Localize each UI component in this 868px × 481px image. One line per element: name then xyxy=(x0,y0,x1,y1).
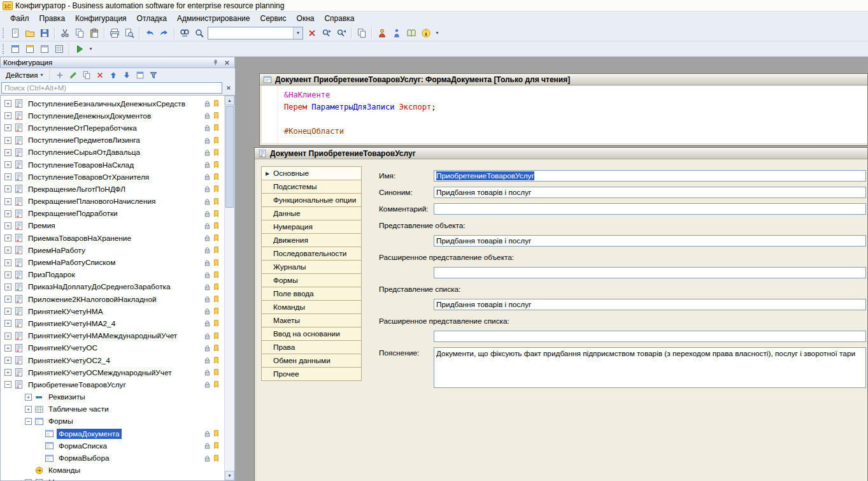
menu-2[interactable]: Правка xyxy=(34,12,71,25)
scroll-thumb[interactable] xyxy=(225,106,234,208)
search-clear-button[interactable] xyxy=(223,83,234,94)
props-tab[interactable]: ▶Обмен данными xyxy=(261,354,362,368)
collapser-icon[interactable]: − xyxy=(25,418,32,425)
table-view-button[interactable] xyxy=(52,42,66,56)
print-preview-button[interactable] xyxy=(122,26,136,40)
props-tab[interactable]: ▶Команды xyxy=(261,300,362,314)
expander-icon[interactable]: + xyxy=(25,479,32,480)
tree-item[interactable]: +ПринятиеКУчетуНМА2_4 xyxy=(1,317,224,329)
tree-item[interactable]: +ПринятиеКУчетуОСМеждународныйУчет xyxy=(1,366,224,378)
menu-4[interactable]: Отладка xyxy=(132,12,172,25)
expander-icon[interactable]: + xyxy=(4,234,11,241)
combo-dropdown-icon[interactable]: ▾ xyxy=(293,27,302,39)
expander-icon[interactable]: + xyxy=(4,173,11,180)
tree-item[interactable]: +ПоступлениеБезналичныхДенежныхСредств xyxy=(1,97,224,110)
props-tab[interactable]: ▶Данные xyxy=(261,206,362,220)
add-button[interactable] xyxy=(53,69,66,81)
toolbar-grip[interactable] xyxy=(3,44,5,54)
tree-item[interactable]: +ПоступлениеПредметовЛизинга xyxy=(1,134,224,147)
syntax-check-button[interactable] xyxy=(389,26,404,40)
tree-item[interactable]: ФормаСписка xyxy=(1,440,224,452)
tree-item[interactable]: +ПринятиеКУчетуНМАМеждународныйУчет xyxy=(1,330,224,342)
delete-button[interactable] xyxy=(93,69,106,81)
expander-icon[interactable]: + xyxy=(4,100,11,107)
field-input[interactable] xyxy=(434,187,866,198)
undo-button[interactable] xyxy=(142,26,157,40)
object-properties-titlebar[interactable]: Документ ПриобретениеТоваровУслуг xyxy=(255,148,867,159)
tree-item[interactable]: +ПриемНаРаботуСписком xyxy=(1,256,224,268)
tree-item[interactable]: +ПоступлениеОтПереработчика xyxy=(1,122,224,134)
module-editor-titlebar[interactable]: Документ ПриобретениеТоваровУслуг: Форма… xyxy=(260,74,867,85)
props-tab[interactable]: ▶Журналы xyxy=(261,260,362,274)
open-configuration-button[interactable] xyxy=(8,42,22,56)
menu-6[interactable]: Сервис xyxy=(255,12,291,25)
expander-icon[interactable]: + xyxy=(25,394,32,401)
field-input[interactable] xyxy=(434,299,866,310)
tree-item[interactable]: +ПоступлениеТоваровОтХранителя xyxy=(1,171,224,183)
check-configuration-button[interactable] xyxy=(374,26,389,40)
tree-item[interactable]: ФормаВыбора xyxy=(1,452,224,464)
props-tab[interactable]: ▶Движения xyxy=(261,233,362,247)
open-db-configuration-button[interactable] xyxy=(22,42,37,56)
templates-button[interactable] xyxy=(354,26,369,40)
find-next-button[interactable] xyxy=(319,26,334,40)
tree-item[interactable]: +ПриемНаРаботу xyxy=(1,244,224,256)
field-textarea[interactable]: Документи, що фіксують факт придбання пі… xyxy=(434,347,866,388)
debug-options-button[interactable]: ▾ xyxy=(87,42,95,56)
tree-item[interactable]: −Формы xyxy=(1,415,224,427)
tree-item[interactable]: +Макеты xyxy=(1,477,224,480)
tree-item[interactable]: +ПоступлениеСырьяОтДавальца xyxy=(1,147,224,159)
expander-icon[interactable]: + xyxy=(4,210,11,217)
menu-1[interactable]: Файл xyxy=(5,12,34,25)
expander-icon[interactable]: + xyxy=(4,357,11,364)
search-input[interactable] xyxy=(1,82,222,94)
field-input[interactable] xyxy=(434,235,866,247)
tree-item[interactable]: +ПринятиеКУчетуОС xyxy=(1,342,224,354)
props-tab[interactable]: ▶Нумерация xyxy=(261,220,362,234)
tree-item[interactable]: +Премия xyxy=(1,220,224,232)
additional-button[interactable] xyxy=(133,69,146,81)
find-button[interactable] xyxy=(177,26,192,40)
update-db-configuration-button[interactable] xyxy=(37,42,52,56)
scroll-up-button[interactable]: ▲ xyxy=(225,96,234,105)
duplicate-button[interactable] xyxy=(80,69,93,81)
find-previous-button[interactable] xyxy=(334,26,348,40)
expander-icon[interactable]: + xyxy=(4,345,11,352)
cut-button[interactable] xyxy=(57,26,72,40)
expander-icon[interactable]: + xyxy=(4,124,11,131)
expander-icon[interactable]: + xyxy=(4,369,11,376)
scroll-down-button[interactable]: ▼ xyxy=(225,471,234,480)
search-combo[interactable]: ▾ xyxy=(208,27,303,39)
expander-icon[interactable]: + xyxy=(4,185,11,192)
tree-item[interactable]: +ПриказНаДоплатуДоСреднегоЗаработка xyxy=(1,281,224,293)
expander-icon[interactable]: + xyxy=(4,112,11,119)
tree-item[interactable]: +Реквизиты xyxy=(1,391,224,403)
save-button[interactable] xyxy=(37,26,52,40)
tree-item[interactable]: +ПризПодарок xyxy=(1,269,224,281)
props-tab[interactable]: ▶Основные xyxy=(261,166,362,180)
print-button[interactable] xyxy=(107,26,122,40)
edit-button[interactable] xyxy=(66,69,80,81)
copy-button[interactable] xyxy=(72,26,87,40)
props-tab[interactable]: ▶Функциональные опции xyxy=(261,193,362,207)
field-input[interactable] xyxy=(434,331,866,342)
panel-close-button[interactable] xyxy=(222,58,232,67)
expander-icon[interactable]: + xyxy=(4,320,11,327)
tree-item[interactable]: +Приложение2КНалоговойНакладной xyxy=(1,293,224,305)
tree-item[interactable]: +ПоступлениеТоваровНаСклад xyxy=(1,159,224,171)
expander-icon[interactable]: + xyxy=(4,296,11,303)
tree-item[interactable]: −ПриобретениеТоваровУслуг xyxy=(1,378,224,391)
expander-icon[interactable]: + xyxy=(4,333,11,340)
actions-button[interactable]: Действия ▾ xyxy=(1,69,47,81)
tree-item[interactable]: ФормаДокумента xyxy=(1,427,224,440)
move-up-button[interactable] xyxy=(106,69,120,81)
props-tab[interactable]: ▶Права xyxy=(261,340,362,354)
paste-button[interactable] xyxy=(87,26,101,40)
expander-icon[interactable]: + xyxy=(4,149,11,156)
tree-item[interactable]: +ПрекращениеПлановогоНачисления xyxy=(1,196,224,208)
menu-8[interactable]: Справка xyxy=(319,12,359,25)
expander-icon[interactable]: + xyxy=(4,271,11,278)
about-button[interactable] xyxy=(418,26,433,40)
filter-button[interactable] xyxy=(146,69,160,81)
tree-item[interactable]: +ПрекращениеПодработки xyxy=(1,208,224,220)
